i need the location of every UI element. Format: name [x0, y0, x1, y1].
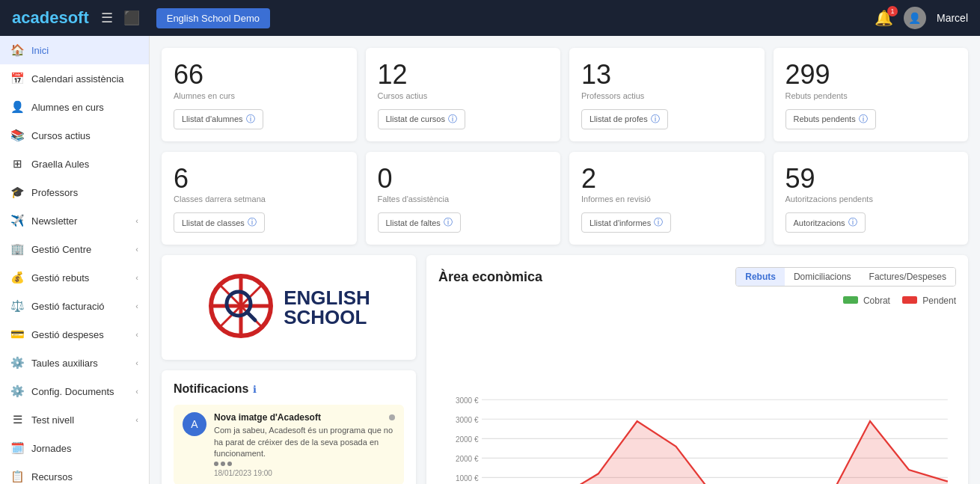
sidebar-icon-gestio-despeses: 💳 [10, 328, 24, 341]
stat-card-classes-setmana: 6 Classes darrera setmana Llistat de cla… [162, 152, 357, 245]
avatar: 👤 [904, 7, 926, 29]
stat-link-alumnes-curs[interactable]: Llistat d'alumnes ⓘ [174, 109, 263, 129]
info-circle-rebuts-pendents: ⓘ [859, 113, 868, 126]
cobrat-legend-label: Cobrat [863, 295, 890, 306]
chevron-icon-gestio-rebuts: ‹ [135, 273, 138, 282]
chevron-icon-gestio-despeses: ‹ [135, 330, 138, 339]
chart-header: Àrea econòmica RebutsDomiciliacionsFactu… [438, 267, 956, 287]
notification-badge: 1 [887, 6, 898, 16]
sidebar-item-graella[interactable]: ⊞ Graella Aules [0, 150, 149, 178]
info-circle-autoritzacions-pendents: ⓘ [848, 216, 857, 229]
sidebar-icon-graella: ⊞ [10, 157, 24, 171]
notif-title-text: Notificacions [174, 382, 248, 396]
stat-link-cursos-actius[interactable]: Llistat de cursos ⓘ [378, 109, 465, 129]
stat-link-informes-revisio[interactable]: Llistat d'informes ⓘ [581, 212, 671, 233]
sidebar-label-gestio-despeses: Gestió despeses [31, 329, 104, 340]
sidebar-label-cursos: Cursos actius [31, 130, 91, 141]
chevron-icon-gestio-centre: ‹ [135, 245, 138, 254]
stat-label-informes-revisio: Informes en revisió [581, 194, 753, 203]
chart-legend: Cobrat Pendent [438, 295, 956, 306]
sidebar-icon-gestio-rebuts: 💰 [10, 271, 24, 284]
notif-avatar: A [183, 412, 206, 436]
stat-link-professors-actius[interactable]: Llistat de profes ⓘ [581, 109, 668, 129]
chart-tab-domiciliacions[interactable]: Domiciliacions [785, 268, 860, 286]
stat-card-autoritzacions-pendents: 59 Autoritzacions pendents Autoritzacion… [774, 152, 969, 245]
stat-label-cursos-actius: Cursos actius [378, 91, 549, 100]
stat-link-autoritzacions-pendents[interactable]: Autoritzacions ⓘ [785, 212, 866, 233]
sidebar-item-taules-auxiliars[interactable]: ⚙️ Taules auxiliars ‹ [0, 349, 149, 377]
stat-number-classes-setmana: 6 [174, 164, 345, 194]
chevron-icon-taules-auxiliars: ‹ [135, 358, 138, 367]
external-link-icon[interactable]: ⬛ [123, 10, 140, 26]
sidebar-item-gestio-facturacio[interactable]: ⚖️ Gestió facturació ‹ [0, 292, 149, 320]
cobrat-legend-dot [843, 296, 858, 304]
stat-link-faltes-assistencia[interactable]: Llistat de faltes ⓘ [378, 212, 461, 233]
info-icon: ℹ [253, 384, 257, 395]
sidebar-icon-recursos: 📋 [10, 470, 24, 483]
sidebar-icon-alumnes: 👤 [10, 100, 24, 114]
sidebar-item-gestio-rebuts[interactable]: 💰 Gestió rebuts ‹ [0, 263, 149, 292]
sidebar-label-calendari: Calendari assistència [31, 73, 124, 85]
chart-tab-rebuts[interactable]: Rebuts [736, 268, 785, 286]
notification-bell[interactable]: 🔔 1 [875, 9, 893, 27]
svg-text:3000 €: 3000 € [456, 396, 479, 405]
sidebar-label-recursos: Recursos [31, 471, 73, 483]
sidebar-item-test-nivell[interactable]: ☰ Test nivell ‹ [0, 405, 149, 434]
notifications-card: Notificacions ℹ A Nova imatge d'Acadesof… [162, 370, 416, 484]
menu-icon[interactable]: ☰ [101, 10, 113, 26]
sidebar-item-gestio-despeses[interactable]: 💳 Gestió despeses ‹ [0, 320, 149, 349]
chevron-icon-newsletter: ‹ [135, 216, 138, 225]
school-logo-svg [207, 272, 275, 340]
stat-number-rebuts-pendents: 299 [785, 60, 957, 90]
chevron-icon-gestio-facturacio: ‹ [135, 301, 138, 310]
pendent-legend-dot [902, 296, 917, 304]
stat-number-autoritzacions-pendents: 59 [785, 164, 957, 194]
sidebar-icon-test-nivell: ☰ [10, 413, 24, 426]
stat-card-faltes-assistencia: 0 Faltes d'assistència Llistat de faltes… [366, 152, 561, 245]
sidebar-item-jornades[interactable]: 🗓️ Jornades [0, 434, 149, 462]
stat-label-autoritzacions-pendents: Autoritzacions pendents [785, 194, 957, 203]
stat-link-classes-setmana[interactable]: Llistat de classes ⓘ [174, 212, 265, 233]
school-demo-button[interactable]: English School Demo [156, 8, 270, 28]
stat-card-informes-revisio: 2 Informes en revisió Llistat d'informes… [569, 152, 765, 245]
stat-card-rebuts-pendents: 299 Rebuts pendents Rebuts pendents ⓘ [774, 48, 969, 141]
sidebar-item-gestio-centre[interactable]: 🏢 Gestió Centre ‹ [0, 235, 149, 263]
sidebar-item-inici[interactable]: 🏠 Inici [0, 36, 149, 64]
sidebar-item-alumnes[interactable]: 👤 Alumnes en curs [0, 93, 149, 121]
sidebar-label-professors: Professors [31, 187, 78, 198]
stat-label-alumnes-curs: Alumnes en curs [174, 91, 345, 100]
info-circle-professors-actius: ⓘ [651, 113, 660, 126]
sidebar-label-gestio-rebuts: Gestió rebuts [31, 272, 89, 284]
notifications-title: Notificacions ℹ [174, 382, 404, 396]
sidebar-item-newsletter[interactable]: ✈️ Newsletter ‹ [0, 206, 149, 235]
sidebar-item-calendari[interactable]: 📅 Calendari assistència [0, 64, 149, 93]
sidebar-item-recursos[interactable]: 📋 Recursos [0, 462, 149, 484]
stat-number-cursos-actius: 12 [378, 60, 549, 90]
notif-unread-dot [389, 414, 395, 420]
sidebar-icon-inici: 🏠 [10, 43, 24, 57]
chevron-icon-config-documents: ‹ [135, 387, 138, 396]
chart-tab-factures-despeses[interactable]: Factures/Despeses [860, 268, 955, 286]
sidebar-item-cursos[interactable]: 📚 Cursos actius [0, 121, 149, 150]
school-name-text: ENGLISHSCHOOL [284, 288, 370, 327]
sidebar-label-taules-auxiliars: Taules auxiliars [31, 358, 98, 369]
sidebar-icon-gestio-centre: 🏢 [10, 242, 24, 256]
sidebar-label-graella: Graella Aules [31, 159, 89, 170]
sidebar-item-config-documents[interactable]: ⚙️ Config. Documents ‹ [0, 377, 149, 405]
sidebar-item-professors[interactable]: 🎓 Professors [0, 178, 149, 206]
sidebar-icon-taules-auxiliars: ⚙️ [10, 356, 24, 370]
cobrat-legend: Cobrat [843, 295, 890, 306]
chart-tabs: RebutsDomiciliacionsFactures/Despeses [735, 267, 956, 287]
notif-body: Nova imatge d'Acadesoft Com ja sabeu, Ac… [214, 412, 395, 477]
svg-text:2000 €: 2000 € [456, 435, 479, 444]
main-content: 66 Alumnes en curs Llistat d'alumnes ⓘ 1… [150, 36, 980, 484]
stat-link-rebuts-pendents[interactable]: Rebuts pendents ⓘ [785, 109, 876, 129]
topnav: acadesoft ☰ ⬛ English School Demo 🔔 1 👤 … [0, 0, 980, 36]
dot3 [227, 462, 232, 466]
stat-label-rebuts-pendents: Rebuts pendents [785, 91, 957, 100]
sidebar-icon-cursos: 📚 [10, 129, 24, 142]
stat-card-alumnes-curs: 66 Alumnes en curs Llistat d'alumnes ⓘ [162, 48, 357, 141]
stat-label-faltes-assistencia: Faltes d'assistència [378, 194, 549, 203]
chart-area: 3000 €3000 €2000 €2000 €1000 €500 €0 €JU… [438, 312, 956, 484]
sidebar-icon-config-documents: ⚙️ [10, 385, 24, 398]
